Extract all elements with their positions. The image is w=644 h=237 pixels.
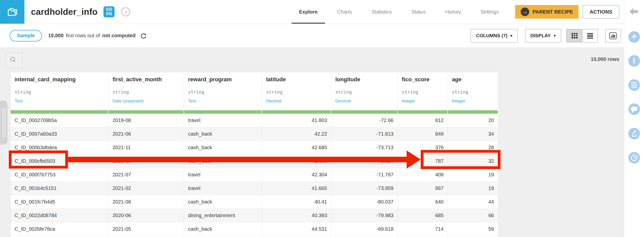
column-meaning-link[interactable]: Text [15,99,108,104]
cell-age[interactable]: 19 [448,182,498,195]
cell-latitude[interactable]: 40.393 [262,209,331,222]
column-header-first_active_month[interactable]: first_active_monthstringDate (unparsed) [109,72,184,110]
cell-longitude[interactable]: -69.618 [331,222,398,236]
cell-reward_program[interactable]: cash_back [184,222,262,236]
cell-longitude[interactable]: -71.813 [331,127,398,141]
cell-first_active_month[interactable]: 2020-06 [109,209,184,222]
schema-list-button[interactable] [628,79,640,91]
cell-age[interactable]: 66 [448,209,498,222]
column-meaning-link[interactable]: Decimal [266,99,331,104]
cell-fico_score[interactable]: 667 [398,182,448,195]
cell-latitude[interactable]: 42.22 [262,127,331,141]
cell-fico_score[interactable]: 685 [398,209,448,222]
data-quality-row [11,110,498,114]
cell-internal_card_mapping[interactable]: C_ID_000f7b7753 [11,168,109,181]
parent-recipe-button[interactable]: → PARENT RECIPE [515,5,579,19]
navigator-icon[interactable] [121,7,131,17]
cell-reward_program[interactable]: travel [184,114,262,127]
lab-button[interactable] [628,128,640,139]
cell-latitude[interactable]: 41.803 [262,114,331,127]
display-dropdown-button[interactable]: DISPLAY ▾ [525,29,561,43]
cell-age[interactable]: 59 [448,222,498,236]
cell-longitude[interactable]: -80.037 [331,195,398,209]
cell-fico_score[interactable]: 812 [398,114,448,127]
cell-first_active_month[interactable]: 2021-02 [109,182,184,195]
column-meaning-link[interactable]: Date (unparsed) [113,99,184,104]
cell-internal_card_mapping[interactable]: C_ID_001fc7b4d5 [11,195,109,209]
tab-status[interactable]: Status [404,0,433,24]
cell-longitude[interactable]: -72.66 [331,114,398,127]
cell-latitude[interactable]: 42.685 [262,141,331,154]
column-meaning-link[interactable]: Text [188,99,262,104]
cell-first_active_month[interactable]: 2019-08 [109,114,184,127]
right-action-rail: + i [624,0,644,237]
cell-latitude[interactable]: 44.531 [262,222,331,236]
tab-charts[interactable]: Charts [330,0,360,24]
cell-fico_score[interactable]: 714 [398,222,448,236]
table-row: C_ID_0002709b5a2019-08travel41.803-72.66… [11,114,498,127]
tab-statistics[interactable]: Statistics [364,0,399,24]
cell-internal_card_mapping[interactable]: C_ID_0022d08784 [11,209,109,222]
cell-reward_program[interactable]: cash_back [184,127,262,141]
cell-internal_card_mapping[interactable]: C_ID_002bfe78ca [11,222,109,236]
list-view-button[interactable] [582,29,597,42]
quality-bar-internal_card_mapping [11,110,109,114]
cell-age[interactable]: 20 [448,114,498,127]
tab-settings[interactable]: Settings [473,0,506,24]
cell-age[interactable]: 34 [448,127,498,141]
cell-first_active_month[interactable]: 2021-06 [109,127,184,141]
cell-internal_card_mapping[interactable]: C_ID_0002709b5a [11,114,109,127]
cell-first_active_month[interactable]: 2021-08 [109,195,184,209]
cell-longitude[interactable]: -71.787 [331,168,398,181]
columns-dropdown-button[interactable]: COLUMNS (7) ▾ [471,29,518,43]
left-panel-handle[interactable] [0,101,8,145]
column-meaning-link[interactable]: Decimal [335,99,398,104]
column-header-latitude[interactable]: latitudestringDecimal [262,72,331,110]
column-meaning-link[interactable]: Integer [452,99,498,104]
cell-reward_program[interactable]: dining_entertainment [184,209,262,222]
cell-fico_score[interactable]: 849 [398,127,448,141]
cell-first_active_month[interactable]: 2021-11 [109,141,184,154]
details-info-button[interactable]: i [628,55,640,67]
tab-explore[interactable]: Explore [292,0,325,24]
column-header-internal_card_mapping[interactable]: internal_card_mappingstringText [11,72,109,110]
cell-first_active_month[interactable]: 2021-07 [109,168,184,181]
cell-longitude[interactable]: -79.983 [331,209,398,222]
column-header-age[interactable]: agestringInteger [448,72,498,110]
discussions-button[interactable] [628,103,640,115]
cell-reward_program[interactable]: travel [184,168,262,181]
column-header-longitude[interactable]: longitudestringDecimal [331,72,398,110]
cell-first_active_month[interactable]: 2021-05 [109,222,184,236]
cell-reward_program[interactable]: travel [184,182,262,195]
cell-internal_card_mapping[interactable]: C_ID_001b4c5151 [11,182,109,195]
column-header-fico_score[interactable]: fico_scorestringInteger [398,72,448,110]
column-stats-button[interactable] [605,29,621,43]
table-view-button[interactable] [567,29,582,42]
column-header-reward_program[interactable]: reward_programstringText [184,72,262,110]
table-row: C_ID_0022d087842020-06dining_entertainme… [11,209,498,222]
tab-history[interactable]: History [438,0,469,24]
cell-age[interactable]: 44 [448,195,498,209]
cell-latitude[interactable]: 41.665 [262,182,331,195]
cell-fico_score[interactable]: 409 [398,168,448,181]
search-input[interactable] [6,52,22,68]
timeline-button[interactable] [628,152,640,164]
column-meaning-link[interactable]: Integer [402,99,448,104]
collapse-panel-button[interactable] [629,8,639,16]
cell-reward_program[interactable]: cash_back [184,141,262,154]
sample-settings-button[interactable]: Sample [10,30,42,42]
actions-button[interactable]: ACTIONS [583,5,619,19]
cell-longitude[interactable]: -73.959 [331,182,398,195]
refresh-sample-button[interactable] [140,32,147,39]
cell-internal_card_mapping[interactable]: C_ID_0007a60a33 [11,127,109,141]
cell-reward_program[interactable]: cash_back [184,195,262,209]
column-storage-type: string [402,89,448,95]
cell-latitude[interactable]: 40.41 [262,195,331,209]
main-pane: cardholder_info GD PR Explore Charts Sta… [0,0,624,237]
cell-fico_score[interactable]: 640 [398,195,448,209]
cell-longitude[interactable]: -73.713 [331,141,398,154]
add-button[interactable]: + [628,31,640,43]
cell-age[interactable]: 19 [448,168,498,181]
quality-bar-first_active_month [109,110,184,114]
cell-latitude[interactable]: 42.304 [262,168,331,181]
